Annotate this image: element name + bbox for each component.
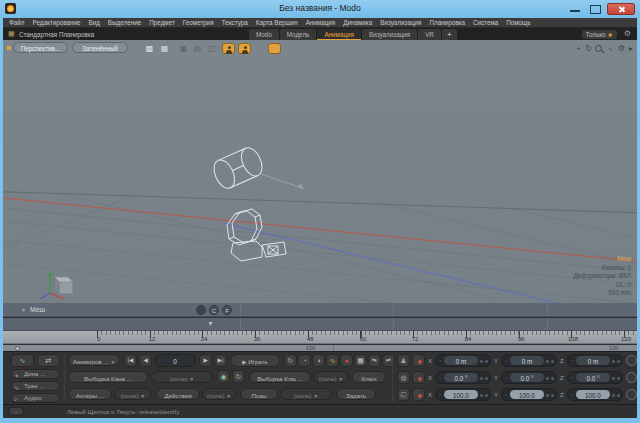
close-button[interactable] [607, 3, 635, 15]
timeline-filter-row[interactable]: ▼ [3, 318, 637, 331]
poses-dropdown[interactable]: (none) ▼ [280, 388, 332, 400]
channel-toggle[interactable] [504, 393, 508, 397]
more-button[interactable]: ... [8, 407, 24, 416]
menu-vertexmap[interactable]: Карта Вершин [256, 19, 298, 26]
spinner[interactable] [612, 375, 620, 382]
menu-help[interactable]: Помощь [506, 19, 530, 26]
channel-toggle[interactable] [438, 393, 442, 397]
loop-out-button[interactable]: ⇄ [382, 354, 395, 367]
key-button[interactable]: Ключ [352, 371, 386, 383]
rotation-key-icon[interactable] [412, 371, 425, 384]
spinner[interactable] [546, 375, 554, 382]
prev-frame-button[interactable]: ◀ [139, 354, 152, 367]
channel-toggle[interactable] [438, 359, 442, 363]
scale-z-field[interactable]: 100.0 [567, 388, 623, 401]
add-tab-button[interactable]: + [442, 29, 457, 40]
minimize-button[interactable] [566, 3, 584, 15]
spinner[interactable] [612, 392, 620, 399]
rotation-x-value[interactable]: 0.0 ° [444, 373, 478, 382]
actions-button[interactable]: Действия [156, 388, 200, 400]
shading-mode-dropdown[interactable]: Затенённый [72, 42, 128, 53]
cycle-button[interactable]: ↻ [284, 354, 297, 367]
zoom-icon[interactable] [594, 44, 604, 54]
rotation-options-button[interactable] [626, 372, 637, 383]
menu-file[interactable]: Файл [9, 19, 24, 26]
actors-dropdown[interactable]: (none) ▼ [114, 388, 152, 400]
next-frame-button[interactable]: ▶ [199, 354, 212, 367]
spinner[interactable] [546, 392, 554, 399]
menu-system[interactable]: Система [473, 19, 498, 26]
menu-render[interactable]: Визуализация [380, 19, 421, 26]
rotation-y-value[interactable]: 0.0 ° [510, 373, 544, 382]
tab-render[interactable]: Визуализация [362, 29, 417, 40]
menu-item[interactable]: Предмет [149, 19, 175, 26]
timeline-ruler[interactable]: 0 12 24 36 48 60 72 84 96 108 120 [3, 331, 637, 344]
channel-add-button[interactable]: ◉ [217, 370, 230, 383]
channel-toggle[interactable] [504, 359, 508, 363]
curve-button[interactable]: ∿ [326, 354, 339, 367]
layout-preset-label[interactable]: Стандартная Планировка [19, 31, 94, 38]
rotation-y-field[interactable]: 0.0 ° [501, 371, 557, 384]
channel-toggle[interactable] [438, 376, 442, 380]
menu-view[interactable]: Вид [88, 19, 99, 26]
shade-option-icon[interactable]: ▤ [191, 43, 204, 54]
inout-range-button[interactable]: ⇄ [37, 354, 60, 367]
track-dot-button[interactable] [196, 305, 206, 315]
viewport-options-icon[interactable]: ⚙ [618, 44, 625, 54]
tab-animate[interactable]: Анимация [317, 29, 361, 40]
position-key-icon[interactable] [412, 354, 425, 367]
fit-icon[interactable]: ↔ [605, 43, 618, 56]
position-icon[interactable]: ♟ [397, 354, 410, 367]
spinner[interactable] [480, 375, 488, 382]
current-frame-field[interactable]: 0 [154, 354, 196, 367]
spinner[interactable] [480, 392, 488, 399]
dial-button-2[interactable]: ◑ [312, 354, 325, 367]
rotation-x-field[interactable]: 0.0 ° [435, 371, 491, 384]
actions-dropdown[interactable]: (none) ▼ [202, 388, 236, 400]
pan-icon[interactable]: + [576, 44, 581, 54]
grid-toggle-button[interactable]: ▦ [354, 354, 367, 367]
menu-select[interactable]: Выделение [108, 19, 141, 26]
quad-view-icon[interactable]: ▦ [158, 43, 171, 54]
position-x-field[interactable]: 0 m [435, 354, 491, 367]
menu-animate[interactable]: Анимация [306, 19, 336, 26]
key-set-dropdown[interactable]: (none) ▼ [313, 371, 349, 383]
menu-edit[interactable]: Редактирование [32, 19, 80, 26]
scale-y-value[interactable]: 100.0 [510, 390, 544, 399]
go-end-button[interactable]: ▶| [214, 354, 227, 367]
timeline-track-row[interactable]: ▼ Меш C F [3, 303, 637, 317]
graph-editor-button[interactable]: ∿ [11, 354, 34, 367]
sidebar-audio-button[interactable]: ♪ Аудио [11, 393, 60, 403]
spinner[interactable] [480, 358, 488, 365]
actors-button[interactable]: Актёры ... [68, 388, 112, 400]
channel-toggle[interactable] [570, 376, 574, 380]
loop-in-button[interactable]: ⇆ [368, 354, 381, 367]
position-x-value[interactable]: 0 m [444, 356, 478, 365]
more-arrow-icon[interactable]: ▸ [629, 44, 633, 54]
tab-modo[interactable]: Modo [249, 29, 279, 40]
only-starred-button[interactable]: Только ★ [582, 30, 617, 39]
cylinder-wireframe[interactable] [203, 140, 318, 200]
channel-sync-button[interactable]: ↻ [232, 370, 245, 383]
dial-button-1[interactable]: ◔ [298, 354, 311, 367]
layout-preset-icon[interactable]: ▦ [8, 31, 15, 37]
menu-texture[interactable]: Текстура [222, 19, 248, 26]
position-y-value[interactable]: 0 m [510, 356, 544, 365]
tab-vr[interactable]: VR [418, 29, 441, 40]
menu-layout[interactable]: Планировка [429, 19, 464, 26]
titlebar[interactable]: Без названия - Modo [0, 0, 640, 18]
view-type-dropdown[interactable]: Перспектив... [13, 42, 68, 53]
menu-geometry[interactable]: Геометрия [183, 19, 214, 26]
gear-icon[interactable]: ⚙ [624, 30, 631, 38]
play-button[interactable]: ▶ Играть [230, 354, 280, 367]
rotation-z-field[interactable]: 0.0 ° [567, 371, 623, 384]
falloff-icon[interactable]: ◌ [254, 43, 267, 54]
wire-overlay-icon[interactable]: ▣ [177, 43, 190, 54]
channel-toggle[interactable] [570, 359, 574, 363]
sidebar-trajectories-button[interactable]: ∿ Трае ... [11, 381, 60, 391]
action-center-icon[interactable] [268, 43, 281, 54]
maximize-button[interactable] [586, 3, 604, 15]
sidebar-dynamics-button[interactable]: ✦ Дина ... [11, 369, 60, 379]
viewport-3d[interactable]: Меш Каналы: 0 Деформаторы: ВКЛ GL: 0 500… [3, 57, 637, 303]
position-z-field[interactable]: 0 m [567, 354, 623, 367]
